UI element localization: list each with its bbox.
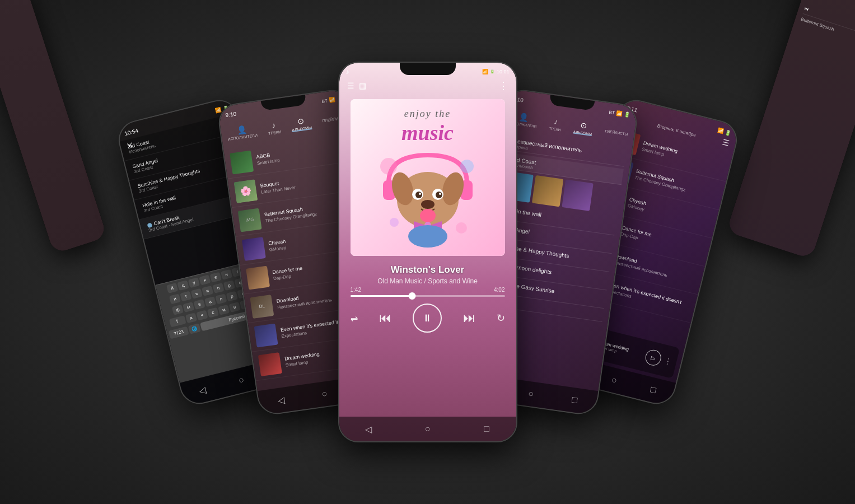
player-top-bar: ☰ ▦ ⋮ <box>339 80 516 92</box>
svg-point-9 <box>419 193 421 195</box>
track-thumb <box>246 265 270 290</box>
svg-point-18 <box>390 218 399 227</box>
track-thumb: 🌸 <box>233 179 258 203</box>
repeat-button[interactable]: ↻ <box>497 312 505 324</box>
status-icons-center: 📶 🔋 10:01 <box>482 69 510 74</box>
tab-tracks[interactable]: ♪ ТРЕКИ <box>267 119 281 135</box>
track-thumb <box>230 150 254 174</box>
svg-point-12 <box>420 209 436 222</box>
notch-center <box>400 63 456 75</box>
music-note-icon: ♪ <box>346 68 349 76</box>
svg-point-8 <box>436 192 442 198</box>
next-button[interactable]: ⏭ <box>463 311 475 325</box>
progress-times: 1:42 4:02 <box>351 287 505 293</box>
album-art: enjoy the music <box>351 99 505 256</box>
tab-playlists-r1[interactable]: ПЛЕЙЛИСТЫ <box>605 129 628 136</box>
home-button[interactable]: ○ <box>607 374 620 387</box>
pause-icon: ⏸ <box>422 312 432 324</box>
mini-more-button[interactable]: ⋮ <box>663 356 672 367</box>
phone-far-left <box>0 0 108 254</box>
track-info: ABGB Smart lamp <box>255 142 346 166</box>
track-thumb: DL <box>250 295 274 319</box>
time-left1: 9:10 <box>225 110 236 118</box>
back-button[interactable]: ◁ <box>274 394 287 407</box>
pause-button[interactable]: ⏸ <box>413 304 442 333</box>
tab-tracks-r1[interactable]: ♪ ТРЕКИ <box>549 116 562 132</box>
note-icon: ♪ <box>271 120 276 130</box>
tab-albums[interactable]: ⊙ АЛЬБОМЫ <box>290 115 312 132</box>
nav-bar-center: ◁ ○ □ <box>339 417 516 441</box>
player-controls: ⇌ ⏮ ⏸ ⏭ ↻ <box>351 304 505 333</box>
track-thumb <box>254 323 278 347</box>
tab-artists[interactable]: 👤 ИСПОЛНИТЕЛИ <box>226 123 258 141</box>
home-button[interactable]: ○ <box>422 423 433 435</box>
recent-button[interactable]: □ <box>481 423 492 435</box>
svg-point-10 <box>439 193 441 195</box>
album-icon: ⊙ <box>580 120 587 130</box>
svg-point-15 <box>380 158 397 175</box>
album-icon: ⊙ <box>297 116 305 126</box>
svg-point-16 <box>460 160 474 173</box>
total-time: 4:02 <box>494 287 504 293</box>
progress-thumb <box>408 292 415 300</box>
artist-icon: 👤 <box>518 111 529 122</box>
svg-point-11 <box>421 200 434 209</box>
back-button[interactable]: ◁ <box>195 383 209 396</box>
more-icon[interactable]: ⋮ <box>498 80 508 92</box>
phone-center: ♪ 📶 🔋 10:01 ☰ ▦ ⋮ enjoy the music <box>338 62 517 442</box>
recent-button[interactable]: □ <box>646 383 660 396</box>
prev-button[interactable]: ⏮ <box>379 311 391 325</box>
progress-fill <box>351 295 412 297</box>
phone-far-right: ⏮ Butternut Squash <box>726 0 855 259</box>
dog-artwork: enjoy the music <box>351 99 505 256</box>
home-button[interactable]: ○ <box>234 374 247 387</box>
home-button[interactable]: ○ <box>318 388 331 400</box>
note-icon: ♪ <box>553 116 558 126</box>
song-artist: Old Man Music / Sports and Wine <box>339 277 516 285</box>
shuffle-button[interactable]: ⇌ <box>351 313 358 324</box>
artist-icon: 👤 <box>236 124 246 134</box>
song-info: Winston's Lover Old Man Music / Sports a… <box>339 264 516 285</box>
progress-track[interactable] <box>351 295 505 297</box>
track-thumb <box>258 352 282 376</box>
svg-point-14 <box>408 225 447 248</box>
art-text-top: enjoy the <box>351 108 505 120</box>
time-left2: 10:54 <box>123 127 138 137</box>
home-button[interactable]: ○ <box>525 388 538 400</box>
current-time: 1:42 <box>351 287 361 293</box>
svg-point-7 <box>415 192 422 198</box>
dog-illustration <box>372 138 484 250</box>
track-thumb: IMG <box>237 208 261 232</box>
equalizer-icon[interactable]: ▦ <box>359 81 366 90</box>
album-thumb <box>562 179 593 211</box>
time-center: 10:01 <box>497 69 510 74</box>
song-title: Winston's Lover <box>339 264 516 276</box>
svg-point-17 <box>456 222 467 234</box>
playlist-icon[interactable]: ☰ <box>347 81 354 90</box>
progress-bar[interactable]: 1:42 4:02 <box>351 287 505 297</box>
back-button[interactable]: ◁ <box>363 423 374 435</box>
album-thumb <box>531 175 563 207</box>
track-thumb <box>241 237 265 261</box>
recent-button[interactable]: □ <box>568 394 581 407</box>
tab-albums-r1[interactable]: ⊙ АЛЬБОМЫ <box>573 119 594 136</box>
